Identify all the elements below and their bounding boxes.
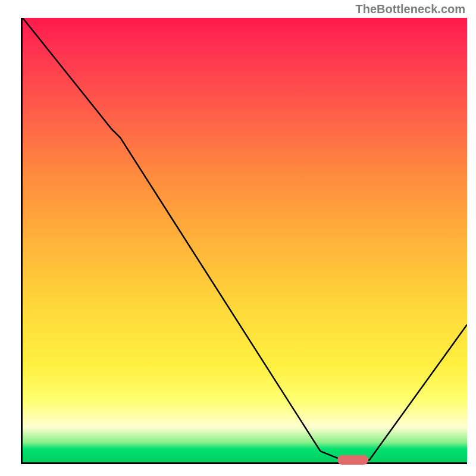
plot-area xyxy=(21,18,467,464)
line-series xyxy=(23,18,467,462)
chart-container: TheBottleneck.com xyxy=(0,0,476,476)
watermark-text: TheBottleneck.com xyxy=(356,2,465,16)
curve-path xyxy=(23,18,467,460)
optimal-marker xyxy=(337,455,368,465)
